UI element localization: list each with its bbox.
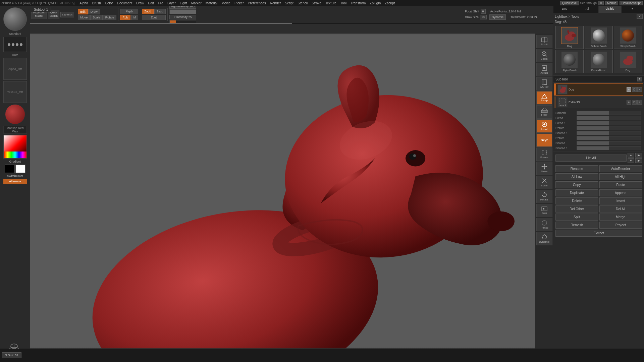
- menu-item-draw[interactable]: Draw: [135, 1, 146, 5]
- actual-button[interactable]: Actual: [536, 63, 552, 76]
- tool-thumb-simple[interactable]: SimpleBrush: [614, 26, 642, 49]
- subtool-item-extract[interactable]: ExtractS ● ◻ ×: [554, 96, 643, 108]
- menu-item-preferences[interactable]: Preferences: [246, 1, 268, 5]
- menu-item-light[interactable]: Light: [178, 1, 189, 5]
- lightbox-close-btn[interactable]: ✕: [637, 14, 643, 19]
- all-low-button[interactable]: All Low: [555, 173, 598, 180]
- zadd-button[interactable]: Zadd: [142, 9, 154, 14]
- default-zscript-button[interactable]: DefaultZScript: [620, 1, 643, 5]
- copy-button[interactable]: Copy: [555, 181, 598, 188]
- aahalf-button[interactable]: AAHalf: [536, 77, 552, 90]
- remesh-button[interactable]: Remesh: [555, 222, 598, 229]
- rename-button[interactable]: Rename: [555, 165, 598, 172]
- subtool-vis-btn-extract[interactable]: ●: [627, 100, 631, 105]
- tool-thumb-alpha[interactable]: AlphaBrush: [555, 50, 584, 73]
- rgb-intensity-label[interactable]: Rgb Intensity 100: [169, 6, 196, 9]
- perspective-slider[interactable]: [30, 23, 553, 24]
- subtool-vis-btn-dog[interactable]: ●: [627, 87, 631, 92]
- dynamic-button[interactable]: Dynamic: [489, 14, 506, 20]
- floor-button[interactable]: Floor: [536, 105, 552, 119]
- del-all-button[interactable]: Del All: [599, 205, 642, 213]
- scroll-button[interactable]: Scroll: [536, 35, 552, 48]
- subtool-lock-btn-extract[interactable]: ◻: [632, 100, 637, 105]
- rotate2-slider[interactable]: [577, 136, 641, 140]
- menu-item-picker[interactable]: Picker: [233, 1, 246, 5]
- menu-item-alpha[interactable]: Alpha: [78, 1, 90, 5]
- subtool-toggle-btn[interactable]: ▼: [637, 77, 642, 81]
- black-swatch[interactable]: [5, 165, 15, 173]
- menu-item-stencil[interactable]: Stencil: [296, 1, 309, 5]
- shared1-slider[interactable]: [577, 131, 641, 135]
- shared2-slider[interactable]: [577, 146, 641, 150]
- smooth-slider[interactable]: [577, 111, 641, 115]
- menu-item-movie[interactable]: Movie: [220, 1, 232, 5]
- subtool-close-btn-extract[interactable]: ×: [637, 100, 642, 105]
- rgb-button[interactable]: Rgb: [120, 15, 130, 20]
- shared-slider[interactable]: [577, 141, 641, 145]
- menu-item-zplugin[interactable]: Zplugin: [368, 1, 382, 5]
- tab-visible[interactable]: Visible: [599, 6, 622, 13]
- alpha-preview[interactable]: Alpha_Off: [3, 58, 27, 80]
- move-tool-button[interactable]: Move: [536, 162, 552, 175]
- delete-button[interactable]: Delete: [555, 197, 598, 204]
- tab-expand[interactable]: +: [622, 6, 644, 13]
- tool-thumb-dog[interactable]: Dog: [555, 26, 584, 49]
- del-other-button[interactable]: Del Other: [555, 205, 598, 213]
- zcut-button[interactable]: Zcut: [142, 15, 166, 20]
- menu-item-layer[interactable]: Layer: [166, 1, 177, 5]
- menu-item-file[interactable]: File: [156, 1, 165, 5]
- solo-button[interactable]: Solo: [536, 204, 552, 217]
- list-expand2-btn[interactable]: ▶: [635, 158, 642, 163]
- blend1-slider[interactable]: [577, 121, 641, 125]
- menu-item-render[interactable]: Render: [268, 1, 283, 5]
- menu-item-texture[interactable]: Texture: [324, 1, 338, 5]
- zsub-button[interactable]: Zsub: [154, 9, 166, 14]
- subtool-lock-btn-dog[interactable]: ◻: [632, 87, 637, 92]
- subtool-item-dog[interactable]: Dog ● ◻ ×: [554, 83, 643, 96]
- dots-preview[interactable]: [3, 37, 27, 52]
- gxyz-button[interactable]: Gxyz: [536, 133, 552, 147]
- menu-item-edit[interactable]: Edit: [147, 1, 156, 5]
- subtool-close-btn-dog[interactable]: ×: [637, 87, 642, 92]
- list-expand-btn[interactable]: ▶: [635, 153, 642, 158]
- rgb-intensity-bar[interactable]: [169, 9, 196, 14]
- edit-button[interactable]: Edit: [78, 9, 88, 14]
- rotate-tool-button[interactable]: Rotate: [536, 190, 552, 203]
- local-button[interactable]: Local: [536, 119, 552, 133]
- menu-item-script[interactable]: Script: [283, 1, 296, 5]
- auto-reorder-button[interactable]: AutoReorder: [599, 165, 642, 172]
- list-up-btn[interactable]: ▲: [628, 153, 634, 158]
- menu-item-document[interactable]: Document: [115, 1, 134, 5]
- menu-item-material[interactable]: Material: [204, 1, 219, 5]
- insert-button[interactable]: Insert: [599, 197, 642, 204]
- z-intensity-label[interactable]: Z Intensity 25: [169, 15, 196, 19]
- menu-item-marker[interactable]: Marker: [190, 1, 203, 5]
- scale-button[interactable]: Scale: [90, 15, 103, 20]
- white-swatch[interactable]: [15, 165, 25, 173]
- tool-thumb-sphere[interactable]: SphereBrush: [585, 26, 613, 49]
- split-button[interactable]: Split: [555, 214, 598, 221]
- canvas-area[interactable]: [30, 34, 553, 349]
- menu-item-tool[interactable]: Tool: [339, 1, 348, 5]
- tool-thumb-dog2[interactable]: Dog: [614, 50, 642, 73]
- paste-button[interactable]: Paste: [599, 181, 642, 188]
- menu-item-transform[interactable]: Transform: [349, 1, 367, 5]
- rotate-button[interactable]: Rotate: [103, 15, 117, 20]
- append-button[interactable]: Append: [599, 189, 642, 196]
- brush-preview[interactable]: [3, 7, 27, 31]
- alternate-button[interactable]: Alternate: [3, 179, 27, 184]
- zoom-button[interactable]: Zoom: [536, 49, 552, 62]
- rotate-slider[interactable]: [577, 126, 641, 130]
- texture-preview[interactable]: Texture_Off: [3, 81, 27, 103]
- s-smt-label[interactable]: S Smt: 51: [2, 352, 21, 358]
- menu-item-zscript[interactable]: Zscript: [383, 1, 396, 5]
- hue-slider[interactable]: [4, 152, 26, 158]
- move-button[interactable]: Move: [78, 15, 90, 20]
- menu-item-stroke[interactable]: Stroke: [310, 1, 323, 5]
- z-intensity-bar[interactable]: [169, 20, 196, 23]
- transp-button[interactable]: Transp: [536, 218, 552, 231]
- m-button[interactable]: M: [131, 15, 139, 20]
- see-through-val[interactable]: 0: [598, 1, 604, 5]
- mrpb-button[interactable]: Mrpb: [120, 9, 138, 14]
- color-picker[interactable]: [3, 135, 27, 159]
